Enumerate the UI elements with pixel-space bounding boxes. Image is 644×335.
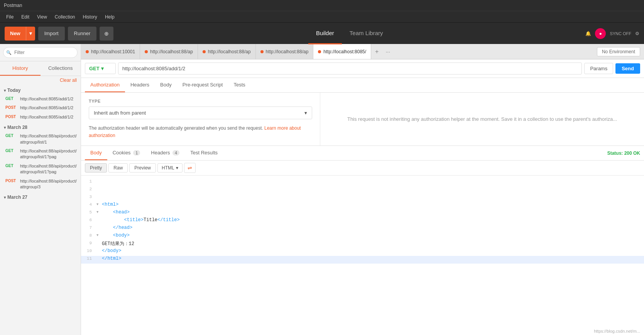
clear-all-button[interactable]: Clear all — [0, 76, 81, 85]
search-input[interactable] — [3, 47, 78, 58]
history-group-today: ▾ Today — [0, 85, 81, 95]
url-input[interactable] — [118, 63, 582, 74]
method-dropdown-icon: ▾ — [101, 66, 104, 71]
toolbar-right: 🔔 ● SYNC OFF ⚙ — [585, 28, 639, 39]
tab-dot — [318, 50, 321, 53]
type-label: TYPE — [89, 99, 312, 103]
tab-builder[interactable]: Builder — [308, 23, 342, 44]
request-tab-3[interactable]: http://localhost:88/ap — [198, 44, 256, 59]
params-button[interactable]: Params — [584, 63, 613, 74]
tab-collections[interactable]: Collections — [41, 61, 81, 76]
method-badge: GET — [5, 163, 18, 168]
notification-icon[interactable]: 🔔 — [585, 31, 591, 36]
code-line: 4 ▼ <html> — [81, 202, 644, 210]
tab-headers[interactable]: Headers — [125, 78, 155, 92]
sync-label: SYNC OFF — [610, 31, 631, 36]
new-button[interactable]: New ▾ — [5, 27, 35, 41]
list-item[interactable]: POST http://localhost:8085/add/1/2 — [0, 103, 81, 112]
menu-file[interactable]: File — [3, 13, 17, 21]
code-area: 1 2 3 4 ▼ <html> — [81, 176, 644, 327]
resp-tab-headers[interactable]: Headers 4 — [145, 146, 185, 160]
menu-help[interactable]: Help — [102, 13, 118, 21]
list-item[interactable]: POST http://localhost:8085/add/1/2 — [0, 113, 81, 122]
resp-tab-cookies[interactable]: Cookies 1 — [107, 146, 146, 160]
list-item[interactable]: GET http://localhost:88/api/product/attr… — [0, 162, 81, 177]
app-title: Postman — [4, 3, 22, 8]
headers-badge: 4 — [172, 150, 179, 156]
method-label: GET — [89, 66, 100, 71]
menu-view[interactable]: View — [34, 13, 50, 21]
type-select[interactable]: Inherit auth from parent ▾ — [89, 107, 312, 119]
request-tabs-bar: http://localhost:10001 http://localhost:… — [81, 44, 644, 59]
toolbar-center: Builder Team Library — [117, 23, 582, 44]
settings-icon[interactable]: ⚙ — [635, 31, 639, 36]
tab-url: http://localhost:10001 — [91, 49, 135, 54]
request-tab-4[interactable]: http://localhost:88/ap — [256, 44, 314, 59]
history-group-march28: ▾ March 28 — [0, 122, 81, 132]
history-url: http://localhost:8085/add/1/2 — [20, 114, 73, 120]
new-button-label: New — [5, 30, 26, 36]
tab-history[interactable]: History — [0, 61, 41, 76]
history-url: http://localhost:88/api/product/attrgrou… — [20, 178, 77, 190]
resp-tab-body[interactable]: Body — [85, 146, 107, 160]
request-tab-5[interactable]: http://localhost:8085/ — [313, 44, 371, 59]
request-tab-1[interactable]: http://localhost:10001 — [81, 44, 140, 59]
code-line: 11 </html> — [81, 256, 644, 264]
environment-selector[interactable]: No Environment — [597, 47, 640, 56]
menu-collection[interactable]: Collection — [52, 13, 78, 21]
code-line: 2 — [81, 186, 644, 194]
format-preview-button[interactable]: Preview — [129, 163, 156, 173]
list-item[interactable]: GET http://localhost:88/api/product/attr… — [0, 132, 81, 147]
menu-history[interactable]: History — [80, 13, 100, 21]
method-badge: POST — [5, 105, 18, 110]
list-item[interactable]: POST http://localhost:88/api/product/att… — [0, 177, 81, 192]
code-line: 9 GET结果为：12 — [81, 240, 644, 248]
url-bar: GET ▾ Params Send — [81, 59, 644, 78]
tab-dot — [203, 50, 206, 53]
sidebar: 🔍 History Collections Clear all ▾ Today … — [0, 44, 81, 335]
auth-inherit-message: This request is not inheriting any autho… — [347, 116, 617, 122]
format-pretty-button[interactable]: Pretty — [85, 163, 107, 173]
import-button[interactable]: Import — [38, 27, 65, 41]
request-tab-2[interactable]: http://localhost:88/ap — [140, 44, 198, 59]
new-tab-button[interactable]: ⊕ — [100, 27, 113, 41]
tab-authorization[interactable]: Authorization — [85, 78, 125, 92]
search-wrapper: 🔍 — [3, 47, 78, 58]
tab-dot — [86, 50, 89, 53]
format-type-selector[interactable]: HTML ▾ — [157, 163, 183, 173]
tab-pre-request-script[interactable]: Pre-request Script — [177, 78, 228, 92]
tab-tests[interactable]: Tests — [228, 78, 250, 92]
method-badge: GET — [5, 133, 18, 138]
more-tabs-button[interactable]: ··· — [382, 44, 393, 59]
code-line: 1 — [81, 179, 644, 186]
method-badge: POST — [5, 114, 18, 119]
tab-team-library[interactable]: Team Library — [342, 23, 391, 44]
status-value: 200 OK — [624, 151, 640, 156]
wrap-button[interactable]: ⇌ — [184, 163, 196, 173]
toolbar: New ▾ Import Runner ⊕ Builder Team Libra… — [0, 22, 644, 44]
tab-dot — [145, 50, 148, 53]
group-arrow-today: ▾ — [4, 88, 6, 93]
history-url: http://localhost:88/api/product/attrgrou… — [20, 133, 77, 145]
resp-tab-test-results[interactable]: Test Results — [185, 146, 223, 160]
history-group-march27: ▾ March 27 — [0, 191, 81, 201]
menu-edit[interactable]: Edit — [18, 13, 32, 21]
auth-description: The authorization header will be automat… — [89, 125, 312, 139]
tab-url: http://localhost:8085/ — [323, 49, 366, 54]
format-raw-button[interactable]: Raw — [108, 163, 128, 173]
request-area: http://localhost:10001 http://localhost:… — [81, 44, 644, 335]
tab-dot — [260, 50, 264, 53]
list-item[interactable]: GET http://localhost:88/api/product/attr… — [0, 147, 81, 162]
add-tab-button[interactable]: + — [371, 44, 382, 59]
method-selector[interactable]: GET ▾ — [85, 63, 116, 74]
tab-body[interactable]: Body — [155, 78, 177, 92]
title-bar: Postman — [0, 0, 644, 11]
history-url: http://localhost:88/api/product/attrgrou… — [20, 148, 77, 160]
group-arrow-march27: ▾ — [4, 195, 6, 200]
code-line: 3 — [81, 194, 644, 202]
list-item[interactable]: GET http://localhost:8085/add/1/2 — [0, 95, 81, 103]
runner-button[interactable]: Runner — [68, 27, 97, 41]
new-dropdown-arrow[interactable]: ▾ — [26, 27, 35, 41]
send-button[interactable]: Send — [615, 63, 640, 74]
type-dropdown-icon: ▾ — [304, 110, 307, 116]
